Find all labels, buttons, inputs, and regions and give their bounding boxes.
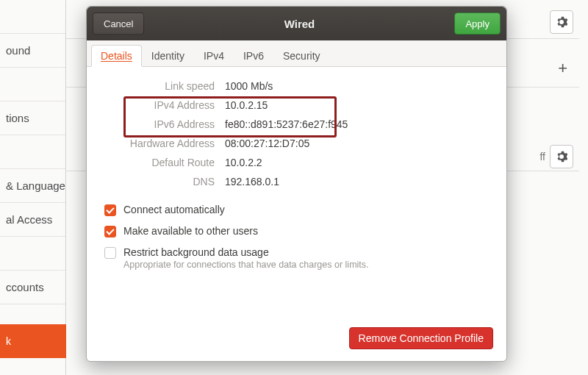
- label-ipv6: IPv6 Address: [104, 118, 215, 130]
- details-grid: Link speed 1000 Mb/s IPv4 Address 10.0.2…: [104, 80, 489, 188]
- tab-ipv4[interactable]: IPv4: [194, 45, 234, 66]
- value-link-speed: 1000 Mb/s: [225, 80, 489, 92]
- sidebar-item[interactable]: [0, 0, 65, 34]
- sidebar-item[interactable]: tions: [0, 101, 65, 135]
- option-label: Restrict background data usage: [123, 246, 369, 258]
- option-sublabel: Appropriate for connections that have da…: [123, 260, 369, 270]
- tab-identity[interactable]: Identity: [142, 45, 194, 66]
- sidebar-item[interactable]: [0, 68, 65, 101]
- label-route: Default Route: [104, 157, 215, 168]
- label-ipv4: IPv4 Address: [104, 99, 215, 111]
- sidebar-item[interactable]: & Language: [0, 169, 65, 203]
- option-label: Make available to other users: [123, 225, 258, 237]
- option-label: Connect automatically: [123, 204, 225, 215]
- checkbox-icon[interactable]: [104, 204, 116, 216]
- gear-icon[interactable]: [550, 10, 573, 34]
- gear-icon[interactable]: [550, 145, 573, 168]
- option-connect-auto[interactable]: Connect automatically: [104, 204, 489, 216]
- label-hw: Hardware Address: [104, 138, 215, 149]
- settings-sidebar: ound tions & Language al Access ccounts …: [0, 0, 66, 375]
- option-restrict[interactable]: Restrict background data usage Appropria…: [104, 246, 489, 270]
- apply-button[interactable]: Apply: [454, 12, 501, 35]
- value-ipv6: fe80::d891:5237:6e27:f945: [225, 118, 489, 130]
- label-dns: DNS: [104, 176, 215, 188]
- sidebar-item[interactable]: [0, 237, 65, 271]
- dialog-headerbar: Cancel Wired Apply: [87, 7, 506, 40]
- value-dns: 192.168.0.1: [225, 176, 489, 188]
- option-share[interactable]: Make available to other users: [104, 225, 489, 238]
- value-route: 10.0.2.2: [225, 157, 489, 168]
- value-ipv4: 10.0.2.15: [225, 99, 489, 111]
- sidebar-item[interactable]: ound: [0, 34, 65, 68]
- dialog-tabs: Details Identity IPv4 IPv6 Security: [87, 40, 506, 67]
- label-link-speed: Link speed: [104, 80, 215, 92]
- remove-profile-button[interactable]: Remove Connection Profile: [349, 327, 493, 349]
- sidebar-item[interactable]: ccounts: [0, 271, 65, 304]
- tab-details[interactable]: Details: [91, 45, 142, 66]
- sidebar-item[interactable]: [0, 135, 65, 169]
- toggle-off-label: ff: [539, 151, 545, 162]
- tab-security[interactable]: Security: [273, 45, 330, 66]
- connection-dialog: Cancel Wired Apply Details Identity IPv4…: [86, 6, 507, 362]
- plus-icon[interactable]: +: [558, 59, 567, 78]
- cancel-button[interactable]: Cancel: [93, 12, 144, 35]
- tab-content-details: Link speed 1000 Mb/s IPv4 Address 10.0.2…: [87, 67, 506, 361]
- dialog-title: Wired: [284, 18, 315, 30]
- value-hw: 08:00:27:12:D7:05: [225, 138, 489, 149]
- sidebar-item-selected[interactable]: k: [0, 324, 66, 358]
- checkbox-icon[interactable]: [104, 247, 116, 259]
- sidebar-item[interactable]: al Access: [0, 203, 65, 237]
- options: Connect automatically Make available to …: [104, 204, 489, 270]
- tab-ipv6[interactable]: IPv6: [234, 45, 273, 66]
- checkbox-icon[interactable]: [104, 226, 116, 238]
